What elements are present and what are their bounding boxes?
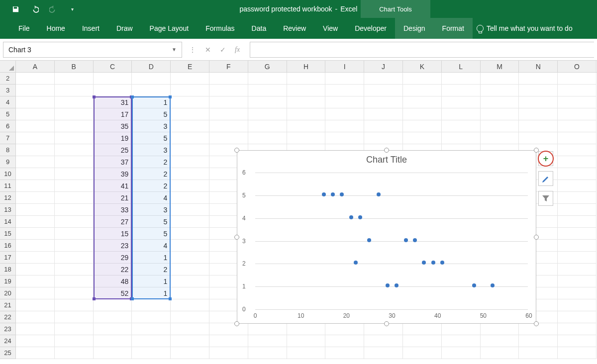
- row-header[interactable]: 25: [0, 347, 16, 359]
- enter-icon[interactable]: ✓: [220, 46, 226, 54]
- cell[interactable]: [55, 192, 94, 204]
- cell[interactable]: [55, 335, 94, 347]
- cell[interactable]: [403, 73, 442, 85]
- col-header-C[interactable]: C: [94, 61, 132, 72]
- cell[interactable]: 25: [94, 144, 132, 156]
- cell[interactable]: [248, 335, 287, 347]
- cell[interactable]: [16, 180, 55, 192]
- cell[interactable]: [94, 347, 132, 359]
- data-point[interactable]: [349, 215, 353, 219]
- dots-icon[interactable]: ⋮: [189, 46, 196, 54]
- cell[interactable]: [287, 108, 326, 120]
- data-point[interactable]: [331, 192, 335, 196]
- cell[interactable]: [558, 144, 597, 156]
- row-header[interactable]: 21: [0, 299, 16, 311]
- cell[interactable]: [558, 347, 597, 359]
- cell[interactable]: [16, 132, 55, 144]
- cell[interactable]: [403, 132, 442, 144]
- cell[interactable]: 1: [132, 96, 171, 108]
- cell[interactable]: [519, 85, 558, 96]
- cell[interactable]: [55, 228, 94, 240]
- cell[interactable]: 2: [132, 168, 171, 180]
- cell[interactable]: [558, 323, 597, 335]
- cell[interactable]: [171, 108, 209, 120]
- row-header[interactable]: 3: [0, 85, 16, 96]
- cell[interactable]: 27: [94, 216, 132, 228]
- cell[interactable]: [16, 73, 55, 85]
- cell[interactable]: [558, 252, 597, 264]
- chart-plot-area[interactable]: 01234560102030405060: [255, 173, 528, 308]
- cell[interactable]: [94, 335, 132, 347]
- cell[interactable]: [55, 252, 94, 264]
- cell[interactable]: [519, 73, 558, 85]
- cell[interactable]: [171, 168, 209, 180]
- cell[interactable]: [171, 120, 209, 132]
- tab-format[interactable]: Format: [434, 18, 473, 39]
- cell[interactable]: 48: [94, 275, 132, 287]
- cell[interactable]: 37: [94, 156, 132, 168]
- cell[interactable]: [55, 275, 94, 287]
- cell[interactable]: [519, 335, 558, 347]
- cell[interactable]: [558, 216, 597, 228]
- cell[interactable]: [558, 168, 597, 180]
- cell[interactable]: [16, 299, 55, 311]
- tab-draw[interactable]: Draw: [108, 18, 141, 39]
- resize-handle[interactable]: [384, 148, 389, 153]
- cell[interactable]: [16, 85, 55, 96]
- tab-formulas[interactable]: Formulas: [197, 18, 243, 39]
- cell[interactable]: 21: [94, 192, 132, 204]
- cell[interactable]: [132, 299, 171, 311]
- cell[interactable]: [287, 335, 326, 347]
- resize-handle[interactable]: [534, 321, 539, 326]
- cell[interactable]: [55, 264, 94, 275]
- cell[interactable]: [519, 96, 558, 108]
- cell[interactable]: [325, 347, 364, 359]
- cell[interactable]: [442, 85, 481, 96]
- cell[interactable]: [558, 132, 597, 144]
- data-point[interactable]: [422, 261, 426, 265]
- col-header-L[interactable]: L: [442, 61, 481, 72]
- cell[interactable]: 31: [94, 96, 132, 108]
- select-all-corner[interactable]: [0, 61, 16, 72]
- cell[interactable]: [558, 311, 597, 323]
- cell[interactable]: [403, 108, 442, 120]
- cell[interactable]: [558, 240, 597, 252]
- tab-file[interactable]: File: [10, 18, 38, 39]
- cell[interactable]: [55, 144, 94, 156]
- row-header[interactable]: 11: [0, 180, 16, 192]
- col-header-N[interactable]: N: [519, 61, 558, 72]
- cell[interactable]: [364, 108, 403, 120]
- cell[interactable]: [16, 192, 55, 204]
- row-header[interactable]: 6: [0, 120, 16, 132]
- cell[interactable]: [519, 120, 558, 132]
- cell[interactable]: 1: [132, 252, 171, 264]
- cell[interactable]: [558, 73, 597, 85]
- cell[interactable]: [132, 85, 171, 96]
- row-header[interactable]: 16: [0, 240, 16, 252]
- cell[interactable]: [558, 335, 597, 347]
- resize-handle[interactable]: [234, 148, 239, 153]
- cell[interactable]: [16, 335, 55, 347]
- row-header[interactable]: 19: [0, 275, 16, 287]
- chart-title[interactable]: Chart Title: [237, 151, 536, 168]
- cell[interactable]: [171, 347, 209, 359]
- col-header-O[interactable]: O: [558, 61, 597, 72]
- col-header-A[interactable]: A: [16, 61, 55, 72]
- cell[interactable]: [55, 132, 94, 144]
- data-point[interactable]: [440, 261, 444, 265]
- cell[interactable]: [325, 120, 364, 132]
- cell[interactable]: [325, 96, 364, 108]
- cell[interactable]: [287, 323, 326, 335]
- tab-page-layout[interactable]: Page Layout: [141, 18, 198, 39]
- cell[interactable]: 5: [132, 132, 171, 144]
- col-header-G[interactable]: G: [248, 61, 287, 72]
- cell[interactable]: [209, 347, 248, 359]
- cell[interactable]: 5: [132, 108, 171, 120]
- cell[interactable]: [16, 156, 55, 168]
- cell[interactable]: [171, 180, 209, 192]
- cell[interactable]: 41: [94, 180, 132, 192]
- cell[interactable]: 3: [132, 120, 171, 132]
- cell[interactable]: [519, 347, 558, 359]
- row-header[interactable]: 20: [0, 287, 16, 299]
- cell[interactable]: 22: [94, 264, 132, 275]
